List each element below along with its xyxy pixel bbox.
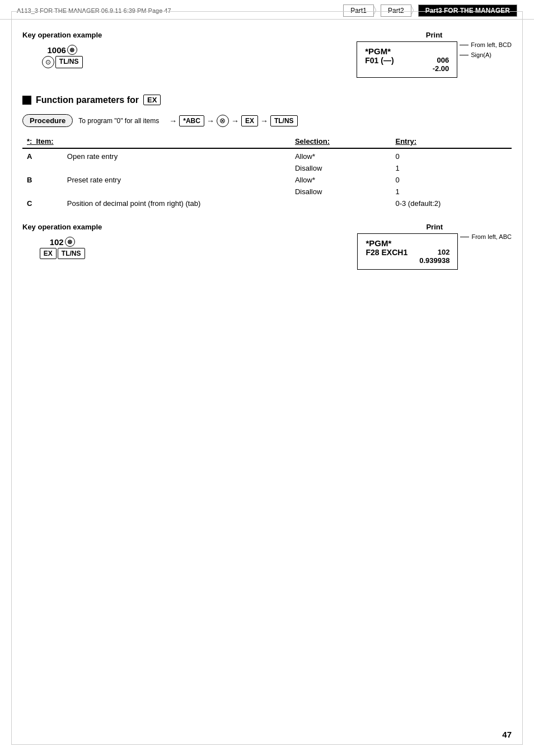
item-b: B [22, 174, 63, 186]
entry-a-1: 0 [391, 148, 512, 162]
print-label-bottom: Print [426, 223, 443, 231]
proc-desc: To program "0" for all items [78, 117, 159, 125]
print-section-top: Print *PGM* F01 (—) 006 -2.00 F [357, 31, 512, 78]
flow-arrow-1: → [169, 116, 177, 125]
print-label-top: Print [426, 31, 443, 39]
key-btn-tlns-bottom: TL/NS [58, 248, 85, 259]
sel-c [291, 198, 391, 209]
key-num-bottom: 102 ⊗ [50, 237, 75, 247]
key-sequence-top: 1006 ⊗ ⊙ TL/NS [42, 45, 83, 68]
print-with-annot-top: *PGM* F01 (—) 006 -2.00 From left, BCD [357, 41, 512, 78]
item-a: A [22, 148, 63, 162]
annot-row-1: From left, BCD [460, 41, 512, 48]
key-buttons-bottom: EX TL/NS [40, 248, 85, 259]
sel-a-2: Disallow [291, 162, 391, 174]
annot-text-2: Sign(A) [471, 51, 491, 58]
func-params-title: Function parameters for [36, 95, 139, 105]
annot-row-2: Sign(A) [460, 51, 512, 58]
tab-part1[interactable]: Part1 [343, 4, 374, 17]
proc-flow: → *ABC → ⊗ → EX → TL/NS [169, 115, 297, 127]
print-f28-line: F28 EXCH1 102 0.939938 [366, 248, 449, 265]
key-btn-ex-bottom: EX [40, 248, 57, 259]
flow-box-ex: EX [241, 115, 258, 126]
print-box-top: *PGM* F01 (—) 006 -2.00 [357, 41, 457, 78]
func-params-heading: Function parameters for EX [22, 95, 512, 105]
desc-b-empty [63, 186, 291, 198]
bottom-section: Key operation example 102 ⊗ EX TL/NS Pri… [22, 223, 512, 270]
procedure-row: Procedure To program "0" for all items →… [22, 114, 512, 127]
print-box-bottom: *PGM* F28 EXCH1 102 0.939938 [357, 233, 458, 270]
key-num-top: 1006 ⊗ [47, 45, 77, 55]
entry-b-1: 0 [391, 174, 512, 186]
key-op-example-bottom: Key operation example 102 ⊗ EX TL/NS [22, 223, 102, 259]
key-btn-circle-top: ⊙ [42, 56, 54, 68]
table-row: Disallow 1 [22, 186, 512, 198]
table-header-desc [63, 135, 291, 148]
params-table: *: Item: Selection: Entry: A Open rate e… [22, 135, 512, 209]
black-square-icon [22, 96, 31, 105]
page-tabs: Part1 〉 Part2 〉 Part3 FOR THE MANAGER [343, 4, 517, 17]
key-buttons-top: ⊙ TL/NS [42, 56, 83, 68]
table-row: C Position of decimal point (from right)… [22, 198, 512, 209]
desc-a-empty [63, 162, 291, 174]
annot-text-1: From left, BCD [471, 41, 512, 48]
item-c: C [22, 198, 63, 209]
header-bar: A113_3 FOR THE MANAGER 06.9.11 6:39 PM P… [0, 0, 534, 20]
sel-a-1: Allow* [291, 148, 391, 162]
print-pgm-top: *PGM* [365, 46, 449, 56]
flow-box-tlns: TL/NS [270, 115, 298, 126]
table-header-item: *: Item: [22, 135, 63, 148]
entry-a-2: 1 [391, 162, 512, 174]
flow-arrow-2: → [207, 116, 214, 125]
item-a-empty [22, 162, 63, 174]
key-circle-bottom: ⊗ [65, 237, 75, 247]
ex-box: EX [143, 95, 161, 105]
print-f01-text: F01 (—) [365, 56, 394, 65]
print-f01-line: F01 (—) 006 -2.00 [365, 56, 449, 73]
item-b-empty [22, 186, 63, 198]
desc-a: Open rate entry [63, 148, 291, 162]
table-header-entry: Entry: [391, 135, 512, 148]
table-row: Disallow 1 [22, 162, 512, 174]
sel-b-1: Allow* [291, 174, 391, 186]
key-op-example-top: Key operation example 1006 ⊗ ⊙ TL/NS [22, 31, 102, 68]
table-row: A Open rate entry Allow* 0 [22, 148, 512, 162]
top-section: Key operation example 1006 ⊗ ⊙ TL/NS Pri… [22, 31, 512, 78]
entry-b-2: 1 [391, 186, 512, 198]
flow-arrow-3: → [231, 116, 239, 125]
flow-circle-x: ⊗ [217, 115, 229, 127]
key-btn-tlns-top: TL/NS [55, 56, 83, 68]
print-vals-bottom: 102 0.939938 [419, 248, 449, 265]
sel-b-2: Disallow [291, 186, 391, 198]
flow-arrow-4: → [260, 116, 268, 125]
annot-row-bottom-1: From left, ABC [460, 233, 512, 240]
print-with-annot-bottom: *PGM* F28 EXCH1 102 0.939938 From left, … [357, 233, 512, 270]
table-row: B Preset rate entry Allow* 0 [22, 174, 512, 186]
flow-box-abc: *ABC [179, 115, 204, 126]
tab-part2[interactable]: Part2 [381, 4, 411, 17]
entry-c: 0-3 (default:2) [391, 198, 512, 209]
table-header-selection: Selection: [291, 135, 391, 148]
key-op-label-bottom: Key operation example [22, 223, 102, 231]
annot-block-top: From left, BCD Sign(A) [460, 41, 512, 58]
print-f28-text: F28 EXCH1 [366, 248, 407, 257]
header-left-text: A113_3 FOR THE MANAGER 06.9.11 6:39 PM P… [17, 7, 171, 14]
procedure-badge: Procedure [22, 114, 73, 127]
desc-b: Preset rate entry [63, 174, 291, 186]
key-circle-top: ⊗ [67, 45, 77, 55]
main-content: Key operation example 1006 ⊗ ⊙ TL/NS Pri… [0, 20, 534, 281]
desc-c: Position of decimal point (from right) (… [63, 198, 291, 209]
print-values-top: 006 -2.00 [433, 56, 449, 73]
print-section-bottom: Print *PGM* F28 EXCH1 102 0.939938 [357, 223, 512, 270]
tab-part3[interactable]: Part3 FOR THE MANAGER [418, 4, 517, 17]
print-pgm-bottom: *PGM* [366, 238, 449, 248]
key-sequence-bottom: 102 ⊗ EX TL/NS [40, 237, 85, 259]
page-number: 47 [502, 730, 512, 739]
key-op-label-top: Key operation example [22, 31, 102, 39]
annot-text-bottom-1: From left, ABC [471, 233, 512, 240]
annot-block-bottom: From left, ABC [460, 233, 512, 240]
